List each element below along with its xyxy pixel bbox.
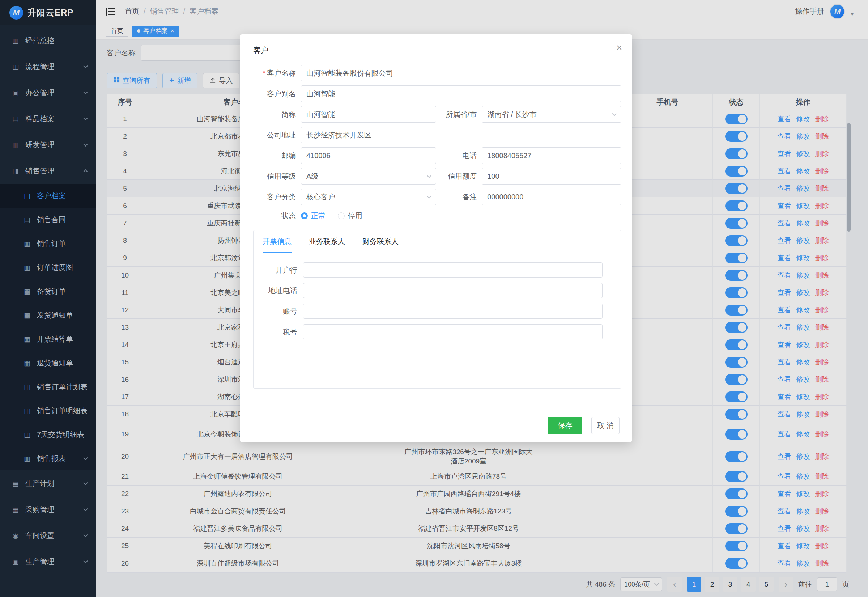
short-name-input[interactable] <box>301 106 436 123</box>
dialog-title: 客户 <box>253 45 621 55</box>
credit-limit-input[interactable] <box>482 168 621 184</box>
customer-name-label: *客户名称 <box>253 68 301 78</box>
tax-number-input[interactable] <box>303 324 603 339</box>
credit-limit-label: 信用额度 <box>436 171 482 181</box>
province-city-label: 所属省/市 <box>436 110 482 119</box>
address-phone-label: 地址电话 <box>262 286 303 296</box>
radio-status-disabled[interactable]: 停用 <box>338 211 362 221</box>
tabs-header: 开票信息 业务联系人 财务联系人 <box>262 230 612 253</box>
customer-type-label: 客户分类 <box>253 192 301 202</box>
phone-label: 电话 <box>436 151 482 160</box>
chevron-down-icon <box>427 194 431 199</box>
customer-form: *客户名称 客户别名 简称 所属省/市 湖南省 / 长沙市 公司地址 <box>253 65 621 389</box>
radio-dot-icon <box>338 212 345 219</box>
credit-level-select[interactable]: A级 <box>301 168 436 184</box>
short-name-label: 简称 <box>253 110 301 119</box>
radio-dot-icon <box>301 212 308 219</box>
account-number-input[interactable] <box>303 304 603 319</box>
tab-invoice-info[interactable]: 开票信息 <box>262 230 292 252</box>
remark-input[interactable] <box>482 189 621 205</box>
account-number-label: 账号 <box>262 306 303 316</box>
company-address-label: 公司地址 <box>253 130 301 140</box>
chevron-down-icon <box>612 111 617 116</box>
customer-alias-input[interactable] <box>301 85 621 102</box>
company-address-input[interactable] <box>301 127 621 143</box>
phone-input[interactable] <box>482 147 621 164</box>
province-city-select[interactable]: 湖南省 / 长沙市 <box>482 106 621 123</box>
status-label: 状态 <box>253 211 301 221</box>
bank-label: 开户行 <box>262 265 303 275</box>
customer-alias-label: 客户别名 <box>253 89 301 99</box>
bank-input[interactable] <box>303 262 603 278</box>
dialog-footer: 保存 取 消 <box>548 417 619 434</box>
customer-type-select[interactable]: 核心客户 <box>301 189 436 205</box>
tab-business-contact[interactable]: 业务联系人 <box>309 230 345 252</box>
tax-number-label: 税号 <box>262 327 303 337</box>
credit-level-label: 信用等级 <box>253 171 301 181</box>
close-icon[interactable]: × <box>616 43 622 53</box>
invoice-info-form: 开户行 地址电话 账号 税号 <box>262 253 612 339</box>
postcode-input[interactable] <box>301 147 436 164</box>
remark-label: 备注 <box>436 192 482 202</box>
save-button[interactable]: 保存 <box>548 417 582 434</box>
contact-tabs-panel: 开票信息 业务联系人 财务联系人 开户行 地址电话 账号 <box>253 230 621 389</box>
customer-name-input[interactable] <box>301 65 621 82</box>
address-phone-input[interactable] <box>303 283 603 298</box>
chevron-down-icon <box>427 173 431 178</box>
radio-status-normal[interactable]: 正常 <box>301 211 326 221</box>
tab-finance-contact[interactable]: 财务联系人 <box>362 230 398 252</box>
erp-screen: M 升阳云ERP ▥经营总控◫流程管理▣办公管理▤料品档案▥研发管理◨销售管理▤… <box>0 0 868 597</box>
cancel-button[interactable]: 取 消 <box>591 417 619 434</box>
postcode-label: 邮编 <box>253 151 301 160</box>
customer-dialog: × 客户 *客户名称 客户别名 简称 所属省/市 湖南省 / 长沙市 <box>240 34 632 442</box>
